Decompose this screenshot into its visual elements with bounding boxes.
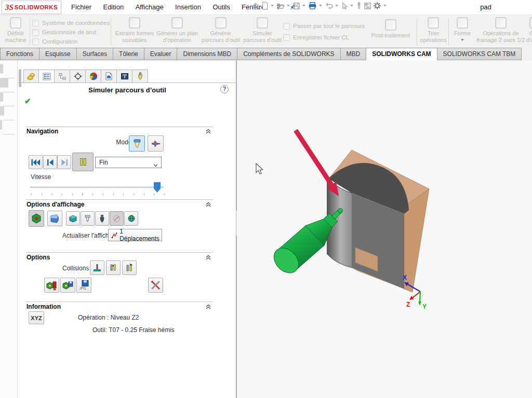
tab-esquisse[interactable]: Esquisse: [39, 48, 77, 60]
previous-step-button[interactable]: [43, 155, 57, 169]
options-dropdown[interactable]: [383, 5, 387, 7]
new-document-icon[interactable]: [261, 2, 269, 10]
generate-toolpath-button[interactable]: Générerparcours d'outil: [200, 17, 242, 44]
collapse-display-icon[interactable]: [205, 201, 211, 208]
xyz-coordinates-button[interactable]: XYZ: [29, 311, 44, 324]
undo-dropdown[interactable]: [335, 5, 338, 7]
speed-slider-track[interactable]: [30, 187, 164, 189]
print-dropdown[interactable]: [319, 5, 322, 7]
tab-tolerie[interactable]: Tôlerie: [113, 48, 144, 60]
tab-fonctions[interactable]: Fonctions: [0, 48, 39, 60]
tab-dimxpert-target[interactable]: [70, 70, 86, 83]
next-step-button[interactable]: [57, 155, 71, 169]
extract-machinable-features-button[interactable]: Extraire formesusinables: [114, 17, 155, 44]
stock-part[interactable]: [327, 150, 429, 292]
properties-icon[interactable]: [364, 2, 371, 10]
tab-mbd[interactable]: MBD: [341, 48, 367, 60]
collapse-options-icon[interactable]: [205, 254, 211, 260]
save-dropdown[interactable]: [302, 5, 305, 7]
stock-manager-button[interactable]: Gestionnaire de brut: [32, 28, 110, 37]
show-world-button[interactable]: [124, 211, 138, 226]
record-video-button[interactable]: [44, 278, 59, 293]
options-gear-icon[interactable]: [373, 2, 381, 10]
ribbon: Définir machine Système de coordonnées G…: [0, 15, 532, 48]
save-cl-file-button[interactable]: Enregistrer fichier CL: [283, 32, 365, 43]
tab-cam-tool[interactable]: [132, 70, 148, 83]
feature-tool-icon[interactable]: [1, 120, 2, 130]
collapse-information-icon[interactable]: [205, 304, 211, 310]
menu-fichier[interactable]: Fichier: [66, 0, 96, 13]
show-tool-button[interactable]: [95, 211, 109, 226]
menu-outils[interactable]: Outils: [208, 0, 234, 13]
navigation-header[interactable]: Navigation: [26, 128, 58, 135]
moves-button[interactable]: 1 Déplacements: [108, 229, 162, 241]
mill-operations-icon: [495, 17, 507, 29]
shape-button[interactable]: Forme: [450, 17, 475, 41]
tab-surfaces[interactable]: Surfaces: [77, 48, 113, 60]
show-machined-stock-button[interactable]: [66, 211, 80, 226]
tab-feature-tree[interactable]: [23, 70, 39, 83]
home-icon[interactable]: [251, 2, 260, 10]
tab-evaluer[interactable]: Evaluer: [144, 48, 178, 60]
feature-tool-icon[interactable]: [3, 106, 4, 116]
show-chuck-button[interactable]: [110, 211, 124, 226]
help-icon[interactable]: ?: [220, 85, 229, 93]
tab-solidworks-cam-tbm[interactable]: SOLIDWORKS CAM TBM: [437, 48, 522, 60]
tab-operation-manager[interactable]: [39, 70, 55, 83]
save-simulation-button[interactable]: [60, 278, 75, 293]
sort-operations-button[interactable]: Trieropérations: [419, 17, 448, 44]
menu-insertion[interactable]: Insertion: [170, 0, 206, 13]
graphics-viewport[interactable]: X Z Y: [237, 60, 532, 398]
information-header[interactable]: Information: [26, 303, 61, 310]
open-icon[interactable]: [276, 2, 285, 10]
select-pointer-icon[interactable]: [341, 2, 348, 10]
configuration-button[interactable]: Configuration: [32, 37, 110, 46]
generate-operation-plan-button[interactable]: Générer un pland'opération: [155, 17, 199, 44]
collision-tool-button[interactable]: [106, 260, 121, 275]
feature-tool-icon[interactable]: [2, 92, 3, 102]
speed-slider-thumb[interactable]: [154, 182, 161, 193]
save-image-button[interactable]: JPG: [76, 278, 91, 293]
print-icon[interactable]: [308, 2, 317, 10]
open-dropdown[interactable]: [287, 5, 290, 7]
feature-tool-icon[interactable]: [7, 78, 8, 88]
display-options-header[interactable]: Options d'affichage: [26, 201, 85, 208]
collision-stop-button[interactable]: [90, 260, 104, 275]
collapse-navigation-icon[interactable]: [205, 128, 211, 134]
tab-appearance-wheel[interactable]: [86, 70, 101, 83]
panel-scrollbar-thumb[interactable]: [19, 69, 21, 87]
tab-solidworks-cam[interactable]: SOLIDWORKS CAM: [366, 48, 437, 60]
menu-affichage[interactable]: Affichage: [131, 0, 168, 13]
options-header[interactable]: Options: [26, 254, 50, 261]
tab-configuration-manager[interactable]: [55, 70, 70, 83]
go-to-start-button[interactable]: [29, 155, 43, 169]
select-dropdown[interactable]: [350, 5, 353, 7]
show-stock-button[interactable]: [47, 211, 62, 226]
new-document-dropdown[interactable]: [271, 5, 274, 7]
define-machine-icon: [10, 17, 21, 29]
position-dropdown[interactable]: Fin: [95, 157, 162, 168]
collision-holder-button[interactable]: [122, 260, 137, 275]
show-target-part-button[interactable]: [29, 210, 44, 227]
save-icon[interactable]: [292, 2, 300, 10]
undo-icon[interactable]: [325, 2, 333, 10]
attach-icon[interactable]: [356, 2, 362, 10]
coordinate-system-button[interactable]: Système de coordonnées: [32, 18, 110, 28]
show-tool-holder-button[interactable]: [81, 211, 95, 226]
shape-dropdown-caret[interactable]: [461, 39, 464, 41]
tab-cam-machine[interactable]: [117, 70, 132, 83]
simulate-toolpath-button[interactable]: Simulerparcours d'outil: [242, 17, 283, 44]
feature-tool-icon[interactable]: [2, 64, 3, 74]
simulation-settings-button[interactable]: [148, 278, 163, 293]
step-through-toolpath-button[interactable]: Passer par tout le parcours: [283, 20, 365, 32]
define-machine-button[interactable]: Définir machine: [3, 17, 28, 44]
tab-cam-document[interactable]: [101, 70, 117, 83]
turbo-mode-button[interactable]: [148, 135, 164, 152]
tab-dimensions-mbd[interactable]: Dimensions MBD: [177, 48, 237, 60]
machining-operations-button[interactable]: Opéd'usina: [520, 17, 532, 44]
tab-complements[interactable]: Compléments de SOLIDWORKS: [237, 48, 340, 60]
tool-mode-button[interactable]: [129, 135, 145, 152]
post-process-button[interactable]: Post-traitement: [367, 19, 415, 39]
menu-edition[interactable]: Edition: [98, 0, 128, 13]
pause-button[interactable]: [72, 153, 94, 171]
